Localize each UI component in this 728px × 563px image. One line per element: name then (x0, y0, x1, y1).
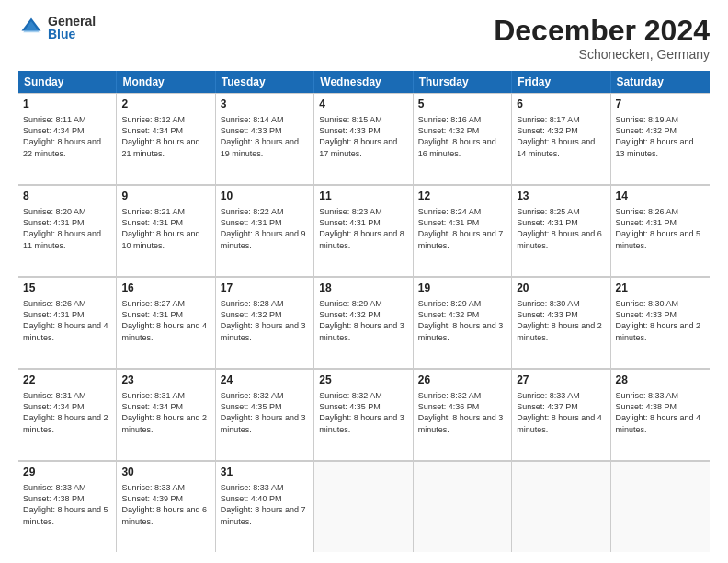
day-number: 28 (616, 373, 705, 388)
cell-content: Sunrise: 8:14 AMSunset: 4:33 PMDaylight:… (221, 115, 299, 158)
calendar-cell-w1-d6: 6Sunrise: 8:17 AMSunset: 4:32 PMDaylight… (512, 93, 610, 184)
day-number: 21 (616, 282, 705, 296)
day-number: 11 (319, 190, 407, 204)
calendar-week-5: 29Sunrise: 8:33 AMSunset: 4:38 PMDayligh… (18, 461, 710, 552)
day-number: 9 (121, 190, 210, 204)
day-number: 29 (23, 465, 111, 480)
calendar-cell-w5-d7 (611, 461, 710, 552)
cell-content: Sunrise: 8:32 AMSunset: 4:35 PMDaylight:… (319, 391, 404, 434)
calendar-header: Sunday Monday Tuesday Wednesday Thursday… (18, 71, 710, 93)
day-number: 7 (616, 98, 705, 112)
calendar: Sunday Monday Tuesday Wednesday Thursday… (18, 71, 710, 552)
calendar-cell-w5-d5 (414, 461, 512, 552)
calendar-cell-w2-d1: 8Sunrise: 8:20 AMSunset: 4:31 PMDaylight… (18, 185, 117, 276)
calendar-cell-w4-d3: 24Sunrise: 8:32 AMSunset: 4:35 PMDayligh… (216, 369, 314, 460)
cell-content: Sunrise: 8:33 AMSunset: 4:39 PMDaylight:… (121, 483, 207, 526)
day-number: 5 (418, 98, 506, 112)
day-number: 10 (221, 190, 309, 204)
day-number: 12 (418, 190, 506, 204)
calendar-body: 1Sunrise: 8:11 AMSunset: 4:34 PMDaylight… (18, 93, 710, 552)
logo-blue: Blue (48, 28, 96, 40)
header-tuesday: Tuesday (216, 71, 314, 93)
cell-content: Sunrise: 8:33 AMSunset: 4:37 PMDaylight:… (517, 391, 602, 434)
day-number: 2 (121, 98, 210, 112)
day-number: 1 (23, 98, 111, 112)
day-number: 30 (121, 465, 210, 480)
cell-content: Sunrise: 8:16 AMSunset: 4:32 PMDaylight:… (418, 115, 496, 158)
cell-content: Sunrise: 8:30 AMSunset: 4:33 PMDaylight:… (517, 299, 602, 342)
day-number: 6 (517, 98, 605, 112)
calendar-cell-w2-d3: 10Sunrise: 8:22 AMSunset: 4:31 PMDayligh… (216, 185, 314, 276)
cell-content: Sunrise: 8:19 AMSunset: 4:32 PMDaylight:… (616, 115, 694, 158)
cell-content: Sunrise: 8:29 AMSunset: 4:32 PMDaylight:… (418, 299, 504, 342)
day-number: 24 (221, 373, 309, 388)
logo-icon (18, 15, 44, 40)
calendar-cell-w2-d5: 12Sunrise: 8:24 AMSunset: 4:31 PMDayligh… (414, 185, 512, 276)
logo: General Blue (18, 15, 96, 40)
calendar-cell-w3-d4: 18Sunrise: 8:29 AMSunset: 4:32 PMDayligh… (314, 277, 413, 368)
cell-content: Sunrise: 8:15 AMSunset: 4:33 PMDaylight:… (319, 115, 397, 158)
calendar-cell-w1-d1: 1Sunrise: 8:11 AMSunset: 4:34 PMDaylight… (18, 93, 117, 184)
cell-content: Sunrise: 8:23 AMSunset: 4:31 PMDaylight:… (319, 207, 404, 250)
day-number: 13 (517, 190, 605, 204)
page-header: General Blue December 2024 Schonecken, G… (18, 15, 710, 62)
calendar-cell-w3-d2: 16Sunrise: 8:27 AMSunset: 4:31 PMDayligh… (117, 277, 215, 368)
calendar-cell-w5-d6 (512, 461, 610, 552)
title-block: December 2024 Schonecken, Germany (494, 15, 710, 62)
calendar-cell-w1-d2: 2Sunrise: 8:12 AMSunset: 4:34 PMDaylight… (117, 93, 215, 184)
day-number: 26 (418, 373, 506, 388)
cell-content: Sunrise: 8:33 AMSunset: 4:40 PMDaylight:… (221, 483, 306, 526)
day-number: 31 (221, 465, 309, 480)
calendar-cell-w3-d5: 19Sunrise: 8:29 AMSunset: 4:32 PMDayligh… (414, 277, 512, 368)
day-number: 18 (319, 282, 407, 296)
cell-content: Sunrise: 8:24 AMSunset: 4:31 PMDaylight:… (418, 207, 504, 250)
calendar-week-3: 15Sunrise: 8:26 AMSunset: 4:31 PMDayligh… (18, 277, 710, 369)
calendar-cell-w5-d1: 29Sunrise: 8:33 AMSunset: 4:38 PMDayligh… (18, 461, 117, 552)
cell-content: Sunrise: 8:11 AMSunset: 4:34 PMDaylight:… (23, 115, 101, 158)
cell-content: Sunrise: 8:33 AMSunset: 4:38 PMDaylight:… (616, 391, 701, 434)
calendar-cell-w1-d7: 7Sunrise: 8:19 AMSunset: 4:32 PMDaylight… (611, 93, 710, 184)
header-monday: Monday (117, 71, 215, 93)
cell-content: Sunrise: 8:25 AMSunset: 4:31 PMDaylight:… (517, 207, 602, 250)
cell-content: Sunrise: 8:31 AMSunset: 4:34 PMDaylight:… (23, 391, 108, 434)
calendar-cell-w1-d5: 5Sunrise: 8:16 AMSunset: 4:32 PMDaylight… (414, 93, 512, 184)
calendar-cell-w4-d5: 26Sunrise: 8:32 AMSunset: 4:36 PMDayligh… (414, 369, 512, 460)
calendar-cell-w1-d4: 4Sunrise: 8:15 AMSunset: 4:33 PMDaylight… (314, 93, 413, 184)
cell-content: Sunrise: 8:31 AMSunset: 4:34 PMDaylight:… (121, 391, 207, 434)
calendar-cell-w4-d1: 22Sunrise: 8:31 AMSunset: 4:34 PMDayligh… (18, 369, 117, 460)
calendar-cell-w4-d4: 25Sunrise: 8:32 AMSunset: 4:35 PMDayligh… (314, 369, 413, 460)
calendar-cell-w4-d2: 23Sunrise: 8:31 AMSunset: 4:34 PMDayligh… (117, 369, 215, 460)
day-number: 3 (221, 98, 309, 112)
cell-content: Sunrise: 8:28 AMSunset: 4:32 PMDaylight:… (221, 299, 306, 342)
location: Schonecken, Germany (494, 47, 710, 62)
header-friday: Friday (512, 71, 610, 93)
cell-content: Sunrise: 8:32 AMSunset: 4:35 PMDaylight:… (221, 391, 306, 434)
cell-content: Sunrise: 8:17 AMSunset: 4:32 PMDaylight:… (517, 115, 595, 158)
calendar-cell-w3-d1: 15Sunrise: 8:26 AMSunset: 4:31 PMDayligh… (18, 277, 117, 368)
logo-text: General Blue (48, 15, 96, 40)
cell-content: Sunrise: 8:27 AMSunset: 4:31 PMDaylight:… (121, 299, 207, 342)
cell-content: Sunrise: 8:32 AMSunset: 4:36 PMDaylight:… (418, 391, 504, 434)
calendar-cell-w2-d4: 11Sunrise: 8:23 AMSunset: 4:31 PMDayligh… (314, 185, 413, 276)
calendar-cell-w3-d3: 17Sunrise: 8:28 AMSunset: 4:32 PMDayligh… (216, 277, 314, 368)
header-thursday: Thursday (414, 71, 512, 93)
calendar-cell-w4-d7: 28Sunrise: 8:33 AMSunset: 4:38 PMDayligh… (611, 369, 710, 460)
day-number: 14 (616, 190, 705, 204)
calendar-cell-w3-d7: 21Sunrise: 8:30 AMSunset: 4:33 PMDayligh… (611, 277, 710, 368)
cell-content: Sunrise: 8:29 AMSunset: 4:32 PMDaylight:… (319, 299, 404, 342)
calendar-week-4: 22Sunrise: 8:31 AMSunset: 4:34 PMDayligh… (18, 369, 710, 461)
calendar-cell-w5-d2: 30Sunrise: 8:33 AMSunset: 4:39 PMDayligh… (117, 461, 215, 552)
calendar-cell-w4-d6: 27Sunrise: 8:33 AMSunset: 4:37 PMDayligh… (512, 369, 610, 460)
day-number: 15 (23, 282, 111, 296)
day-number: 19 (418, 282, 506, 296)
calendar-page: General Blue December 2024 Schonecken, G… (0, 0, 728, 563)
calendar-cell-w1-d3: 3Sunrise: 8:14 AMSunset: 4:33 PMDaylight… (216, 93, 314, 184)
day-number: 4 (319, 98, 407, 112)
day-number: 27 (517, 373, 605, 388)
day-number: 16 (121, 282, 210, 296)
logo-general: General (48, 15, 96, 28)
day-number: 25 (319, 373, 407, 388)
month-title: December 2024 (494, 15, 710, 47)
cell-content: Sunrise: 8:20 AMSunset: 4:31 PMDaylight:… (23, 207, 101, 250)
header-saturday: Saturday (611, 71, 710, 93)
